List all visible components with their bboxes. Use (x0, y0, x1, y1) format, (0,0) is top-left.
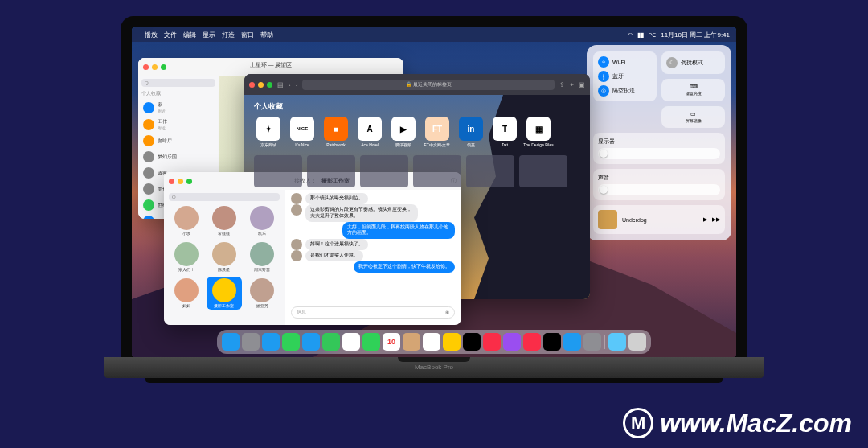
favorite-site[interactable]: ■Patchwork (321, 117, 350, 147)
contact-name: 陈晨星 (218, 267, 230, 272)
reading-list-tile[interactable] (519, 155, 567, 187)
safari-url-field[interactable]: 🔒 最近关闭的标签页 (302, 80, 555, 90)
sound-slider[interactable] (598, 184, 720, 195)
dock-downloads-icon[interactable] (608, 333, 626, 351)
menubar-item[interactable]: 窗口 (241, 31, 254, 39)
dock-news-icon[interactable] (523, 333, 541, 351)
favorite-site[interactable]: ▶腾讯视频 (389, 117, 418, 147)
favorite-site[interactable]: NICEIt's Nice (288, 117, 317, 147)
contact-name: 周末野营 (254, 267, 270, 272)
cc-keyboard-brightness[interactable]: ⌨键盘亮度 (661, 79, 725, 102)
sidebar-toggle-icon[interactable]: ▤ (277, 81, 284, 88)
bluetooth-icon[interactable]: ᛒ (598, 71, 609, 82)
dock-facetime-icon[interactable] (362, 333, 380, 351)
close-button[interactable] (169, 179, 174, 184)
maps-sidebar-item[interactable]: 咖啡厅 (141, 133, 215, 149)
messages-input[interactable]: 信息 ◉ (291, 306, 455, 319)
dock-contacts-icon[interactable] (403, 333, 420, 351)
favorite-site[interactable]: ▦The Design Files (524, 117, 553, 147)
dock-tv-icon[interactable] (463, 333, 481, 351)
cc-dnd[interactable]: ☾勿扰模式 (661, 51, 725, 74)
favorite-site[interactable]: FTFT中文网-文章 (423, 117, 452, 147)
location-icon (143, 135, 154, 146)
dock-podcasts-icon[interactable] (503, 333, 521, 351)
dock-photos-icon[interactable] (342, 333, 360, 351)
maps-sidebar-item[interactable]: 工作附近 (141, 116, 215, 133)
reading-list-tile[interactable] (466, 155, 514, 187)
play-icon[interactable]: ▶ (703, 216, 707, 223)
contact-pin[interactable]: 姚亚芳 (245, 277, 280, 310)
contact-pin[interactable]: 妈妈 (169, 277, 203, 310)
maps-sidebar-item[interactable]: 家附近 (141, 99, 215, 116)
menubar-datetime[interactable]: 11月10日 周二 上午9:41 (661, 31, 730, 39)
dock-reminders-icon[interactable] (423, 333, 440, 351)
new-tab-icon[interactable]: + (570, 81, 574, 88)
dock-messages-icon[interactable] (282, 333, 300, 351)
message-bubble[interactable]: 好啊！这个进展很快了。 (305, 239, 368, 250)
cc-screen-mirror[interactable]: ▭屏幕镜像 (661, 106, 725, 128)
maps-search-input[interactable]: Q (141, 79, 215, 87)
voice-memo-icon[interactable]: ◉ (445, 309, 449, 314)
reading-list-tile[interactable] (254, 155, 302, 187)
tabs-icon[interactable]: ▣ (579, 81, 585, 88)
message-bubble[interactable]: 是我们才能突入佳境。 (305, 250, 363, 261)
menubar-item[interactable]: 文件 (164, 31, 177, 39)
messages-search-input[interactable]: Q (169, 193, 280, 201)
contact-pin[interactable]: 小玫 (169, 204, 203, 237)
favorite-site[interactable]: TTatt (490, 117, 519, 147)
dock-preferences-icon[interactable] (583, 333, 601, 351)
dock-mail-icon[interactable] (302, 333, 320, 351)
zoom-button[interactable] (161, 64, 166, 70)
dock-appstore-icon[interactable] (563, 333, 581, 351)
dock-notes-icon[interactable] (443, 333, 461, 351)
control-center-icon[interactable]: ⌥ (649, 31, 656, 39)
menubar-item[interactable]: 帮助 (260, 31, 273, 39)
forward-icon[interactable]: ▶▶ (712, 216, 720, 223)
wifi-icon[interactable]: ⌔ (598, 56, 609, 68)
contact-pin[interactable]: 凯乐 (245, 204, 280, 237)
favorite-site[interactable]: in领英 (457, 117, 485, 147)
reading-list-tile[interactable] (413, 155, 461, 187)
favorite-site[interactable]: ✦京东商城 (254, 117, 283, 147)
dock-maps-icon[interactable] (322, 333, 340, 351)
close-button[interactable] (249, 82, 255, 88)
reading-list-tile[interactable] (360, 155, 408, 187)
display-slider[interactable] (598, 148, 720, 159)
zoom-button[interactable] (267, 82, 272, 88)
dock-launchpad-icon[interactable] (242, 333, 260, 351)
menubar-app[interactable]: 播放 (145, 31, 158, 39)
zoom-button[interactable] (186, 179, 192, 184)
minimize-button[interactable] (178, 179, 183, 184)
reading-list-tile[interactable] (307, 155, 355, 187)
share-icon[interactable]: ⇪ (559, 81, 565, 88)
message-bubble[interactable]: 那个镜头的曝光很到位。 (305, 193, 368, 204)
close-button[interactable] (143, 64, 149, 70)
favorite-site[interactable]: AAce Hotel (355, 117, 384, 147)
menubar-item[interactable]: 打造 (222, 31, 235, 39)
contact-pin[interactable]: 周末野营 (245, 240, 280, 273)
menubar-item[interactable]: 编辑 (183, 31, 196, 39)
contact-pin[interactable]: 陈晨星 (207, 240, 241, 273)
dock-finder-icon[interactable] (222, 333, 240, 351)
minimize-button[interactable] (258, 82, 264, 88)
message-bubble[interactable]: 这条影剪辑的片段更有节奏感。镜头角度变换，大大提升了整体效果。 (305, 204, 418, 222)
dock-safari-icon[interactable] (262, 333, 280, 351)
minimize-button[interactable] (152, 64, 158, 70)
message-bubble[interactable]: 太好，但前面几段，我再找两段人物在那几个地方的画面。 (342, 222, 455, 240)
contact-pin[interactable]: 家人们！ (169, 240, 203, 273)
contact-pin[interactable]: 常佳佳 (207, 204, 241, 237)
dock-trash-icon[interactable] (628, 333, 646, 351)
dock-stocks-icon[interactable] (543, 333, 561, 351)
back-icon[interactable]: ‹ (289, 81, 291, 88)
maps-sidebar-item[interactable]: 梦幻乐园 (141, 149, 215, 165)
airdrop-icon[interactable]: ◎ (598, 85, 609, 97)
menubar-item[interactable]: 显示 (203, 31, 215, 39)
contact-pin[interactable]: 摄影工作室 (207, 277, 241, 310)
message-bubble[interactable]: 我开心被定下这个剧情，快下午就发给你。 (354, 261, 455, 273)
battery-icon[interactable]: ▮▮ (637, 31, 644, 39)
forward-icon[interactable]: › (296, 81, 298, 88)
cc-now-playing[interactable]: Underdog▶▶▶ (593, 205, 725, 234)
wifi-icon[interactable]: ⌔ (628, 31, 633, 39)
dock-music-icon[interactable] (483, 333, 501, 351)
dock-calendar-icon[interactable]: 10 (383, 333, 400, 351)
